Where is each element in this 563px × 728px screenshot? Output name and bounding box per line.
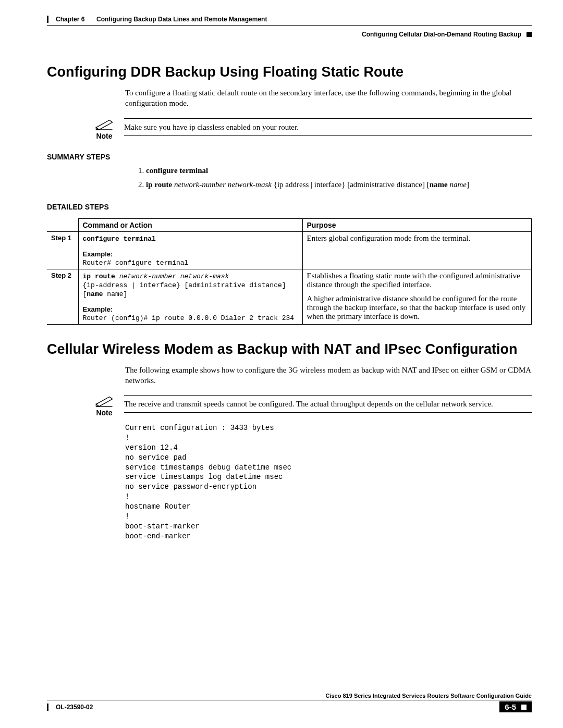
- step1-command-cell: configure terminal Example: Router# conf…: [78, 231, 302, 269]
- chapter-ref: Chapter 6: [56, 16, 84, 23]
- header-rule-icon: [47, 16, 48, 23]
- summary-steps-list: configure terminal ip route network-numb…: [125, 165, 532, 190]
- footer-marker-icon: [521, 705, 527, 710]
- intro-cellular: The following example shows how to confi…: [125, 365, 532, 386]
- intro-ddr: To configure a floating static default r…: [125, 88, 532, 109]
- header-marker-icon: [527, 32, 532, 37]
- footer-page-number: 6-5: [505, 702, 516, 711]
- table-row-step2: Step 2 ip route network-number network-m…: [47, 269, 532, 324]
- footer-rule-icon: [47, 704, 48, 711]
- footer-doc-id: OL-23590-02: [56, 704, 93, 711]
- chapter-title: Configuring Backup Data Lines and Remote…: [96, 16, 267, 23]
- note-label: Note: [96, 132, 112, 140]
- heading-ddr-backup: Configuring DDR Backup Using Floating St…: [47, 64, 532, 80]
- table-row-step1: Step 1 configure terminal Example: Route…: [47, 231, 532, 269]
- config-listing: Current configuration : 3433 bytes ! ver…: [125, 423, 532, 541]
- footer-divider: [47, 700, 532, 700]
- step2-command-cell: ip route network-number network-mask {ip…: [78, 269, 302, 324]
- note-text: Make sure you have ip classless enabled …: [124, 118, 532, 136]
- summary-step-2: ip route network-number network-mask {ip…: [146, 179, 532, 190]
- step1-purpose-cell: Enters global configuration mode from th…: [302, 231, 532, 269]
- running-footer: Cisco 819 Series Integrated Services Rou…: [47, 693, 532, 712]
- col-header-command: Command or Action: [78, 218, 302, 231]
- detailed-steps-table: Command or Action Purpose Step 1 configu…: [47, 218, 532, 325]
- col-header-purpose: Purpose: [302, 218, 532, 231]
- heading-cellular-modem-backup: Cellular Wireless Modem as Backup with N…: [47, 341, 532, 357]
- step-number: Step 2: [47, 269, 78, 324]
- section-title-right: Configuring Cellular Dial-on-Demand Rout…: [362, 31, 521, 38]
- running-header: Chapter 6 Configuring Backup Data Lines …: [47, 16, 532, 38]
- header-divider: [47, 25, 532, 26]
- step-number: Step 1: [47, 231, 78, 269]
- note-pencil-icon: [95, 118, 113, 131]
- detailed-steps-heading: DETAILED STEPS: [47, 203, 532, 211]
- footer-page-badge: 6-5: [499, 701, 532, 712]
- note-ddr: Note Make sure you have ip classless ena…: [94, 118, 532, 140]
- table-header-row: Command or Action Purpose: [47, 218, 532, 231]
- note-text: The receive and transmit speeds cannot b…: [124, 395, 532, 413]
- note-cellular: Note The receive and transmit speeds can…: [94, 395, 532, 417]
- summary-steps-heading: SUMMARY STEPS: [47, 153, 532, 161]
- note-pencil-icon: [95, 395, 113, 408]
- note-label: Note: [96, 409, 112, 417]
- footer-guide-title: Cisco 819 Series Integrated Services Rou…: [47, 693, 532, 699]
- step2-purpose-cell: Establishes a floating static route with…: [302, 269, 532, 324]
- summary-step-1: configure terminal: [146, 165, 532, 176]
